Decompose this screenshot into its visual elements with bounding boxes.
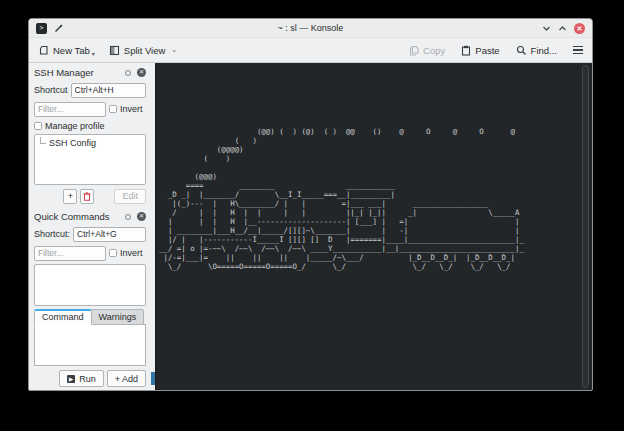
find-label: Find... [531, 45, 557, 56]
tab-command[interactable]: Command [34, 309, 92, 325]
ssh-invert-label: Invert [120, 104, 143, 114]
sidebar: SSH Manager ✕ Shortcut Invert [29, 63, 151, 390]
quick-commands-title: Quick Commands [34, 211, 125, 222]
terminal-view[interactable]: (@@) ( ) (@) ( ) @@ () @ O @ O @ ( ) (@@… [155, 63, 592, 390]
titlebar[interactable]: > ~ : sl — Konsole ✕ [29, 19, 592, 38]
konsole-window: > ~ : sl — Konsole ✕ N [28, 18, 593, 391]
qc-filter-row: Invert [34, 245, 146, 261]
edit-ssh-button[interactable]: Edit [114, 189, 146, 204]
new-tab-icon [38, 45, 49, 56]
ssh-manager-title: SSH Manager [34, 67, 125, 78]
hamburger-icon [573, 46, 583, 55]
ssh-manager-panel: SSH Manager ✕ Shortcut Invert [29, 63, 151, 207]
float-panel-button[interactable] [125, 214, 131, 220]
command-editor[interactable] [34, 324, 146, 366]
tree-item-ssh-config[interactable]: SSH Config [37, 138, 143, 148]
new-tab-label: New Tab [53, 45, 90, 56]
quick-commands-header: Quick Commands ✕ [34, 210, 146, 223]
tree-branch-icon [40, 137, 46, 144]
split-view-label: Split View [124, 45, 166, 56]
search-icon [516, 45, 527, 56]
quick-commands-panel: Quick Commands ✕ Shortcut: Invert [29, 207, 151, 390]
trash-icon [83, 192, 91, 201]
ssh-manager-header: SSH Manager ✕ [34, 66, 146, 79]
toolbar: New Tab ▾ Split View ⌄ Copy [29, 38, 592, 63]
window-title: ~ : sl — Konsole [29, 23, 592, 33]
ssh-shortcut-input[interactable] [71, 83, 146, 98]
desktop: > ~ : sl — Konsole ✕ N [0, 0, 624, 431]
paste-button[interactable]: Paste [461, 45, 499, 56]
qc-shortcut-label: Shortcut: [34, 229, 70, 239]
copy-label: Copy [423, 45, 445, 56]
qc-filter-input[interactable] [34, 246, 106, 261]
qc-invert-label: Invert [120, 248, 143, 258]
ssh-shortcut-row: Shortcut [34, 82, 146, 98]
ssh-shortcut-label: Shortcut [34, 85, 68, 95]
window-controls: ✕ [542, 23, 585, 34]
close-panel-button[interactable]: ✕ [137, 212, 146, 221]
delete-ssh-button[interactable] [80, 189, 94, 204]
run-label: Run [79, 374, 96, 384]
ssh-config-tree[interactable]: SSH Config [34, 134, 146, 185]
close-panel-button[interactable]: ✕ [137, 68, 146, 77]
copy-button[interactable]: Copy [409, 45, 445, 56]
add-ssh-button[interactable]: + [63, 189, 77, 204]
ssh-filter-input[interactable] [34, 102, 106, 117]
ssh-manager-buttons: + Edit [34, 188, 146, 204]
new-tab-menu-arrow-icon: ▾ [92, 50, 95, 57]
find-button[interactable]: Find... [516, 45, 557, 56]
minimize-button[interactable] [542, 24, 551, 33]
qc-shortcut-row: Shortcut: [34, 226, 146, 242]
close-button[interactable]: ✕ [574, 23, 585, 34]
terminal-scrollbar[interactable] [581, 65, 590, 388]
manage-profile-row: Manage profile [34, 120, 146, 131]
ssh-invert-checkbox[interactable] [109, 105, 117, 113]
qc-tabs: Command Warnings [34, 310, 146, 325]
quick-commands-buttons: ▶ Run + Add [34, 370, 146, 387]
menu-button[interactable] [573, 46, 583, 55]
run-icon: ▶ [67, 375, 75, 383]
main-area: SSH Manager ✕ Shortcut Invert [29, 63, 592, 390]
qc-invert-checkbox[interactable] [109, 249, 117, 257]
tab-warnings[interactable]: Warnings [92, 309, 145, 325]
quick-commands-list[interactable] [34, 264, 146, 306]
split-view-button[interactable]: Split View ⌄ [109, 45, 177, 56]
float-panel-button[interactable] [125, 70, 131, 76]
copy-icon [409, 45, 419, 56]
split-view-icon [109, 45, 120, 56]
split-view-caret-icon: ⌄ [171, 46, 177, 54]
run-button[interactable]: ▶ Run [59, 370, 104, 387]
terminal-output-sl-train: (@@) ( ) (@) ( ) @@ () @ O @ O @ ( ) (@@… [159, 127, 524, 271]
qc-shortcut-input[interactable] [73, 227, 146, 242]
scrollbar-thumb[interactable] [582, 65, 589, 388]
new-tab-button[interactable]: New Tab ▾ [38, 45, 95, 56]
ssh-filter-row: Invert [34, 101, 146, 117]
add-command-button[interactable]: + Add [107, 370, 146, 387]
manage-profile-label: Manage profile [45, 121, 105, 131]
paste-icon [461, 45, 471, 56]
paste-label: Paste [475, 45, 499, 56]
maximize-button[interactable] [558, 24, 567, 33]
manage-profile-checkbox[interactable] [34, 122, 42, 130]
tree-item-label: SSH Config [49, 138, 96, 148]
